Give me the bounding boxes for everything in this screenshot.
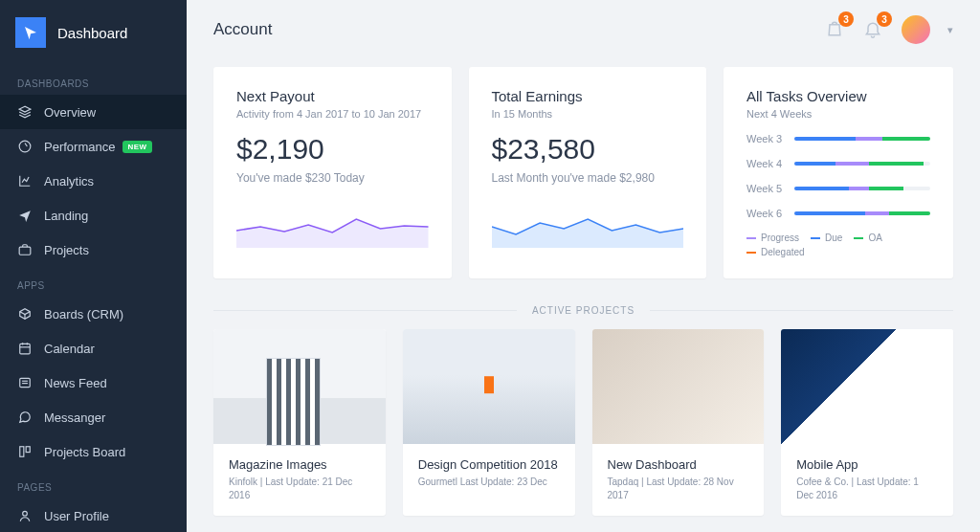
sidebar-item-label: News Feed	[44, 376, 107, 390]
sidebar-item-analytics[interactable]: Analytics	[0, 164, 187, 198]
svg-rect-11	[26, 447, 30, 453]
task-week-label: Week 3	[746, 133, 785, 144]
project-card[interactable]: Design Competition 2018 Gourmetl Last Up…	[403, 329, 575, 516]
nav-section-apps: APPS	[0, 267, 187, 297]
sidebar-item-label: Projects Board	[44, 445, 125, 459]
project-card[interactable]: Magazine Images Kinfolk | Last Update: 2…	[213, 329, 386, 516]
sidebar-item-label: User Profile	[44, 509, 109, 523]
sidebar-item-projects[interactable]: Projects	[0, 233, 187, 267]
project-title: Design Competition 2018	[418, 457, 560, 472]
project-title: Magazine Images	[229, 457, 370, 472]
gauge-icon	[17, 139, 33, 154]
sidebar-item-overview[interactable]: Overview	[0, 95, 187, 129]
chevron-down-icon[interactable]: ▾	[947, 24, 953, 36]
notifications-badge: 3	[838, 11, 854, 27]
sidebar-item-label: Calendar	[44, 342, 95, 356]
svg-marker-0	[19, 106, 31, 112]
project-title: New Dashboard	[608, 457, 749, 472]
bell-button[interactable]: 3	[863, 19, 884, 40]
sidebar-item-performance[interactable]: Performance NEW	[0, 129, 187, 164]
tasks-subtitle: Next 4 Weeks	[746, 108, 930, 120]
task-rows: Week 3 Week 4 Week 5 Week 6	[746, 133, 930, 219]
legend-item: Delegated	[746, 247, 805, 257]
page-title: Account	[213, 20, 272, 39]
task-bar	[794, 187, 930, 190]
sidebar-item-projects-board[interactable]: Projects Board	[0, 434, 187, 469]
tasks-legend: ProgressDueOADelegated	[746, 233, 930, 257]
sidebar: Dashboard DASHBOARDS Overview Performanc…	[0, 0, 187, 532]
payout-card: Next Payout Activity from 4 Jan 2017 to …	[213, 67, 452, 278]
project-title: Mobile App	[796, 457, 938, 472]
calendar-icon	[17, 341, 33, 356]
stats-row: Next Payout Activity from 4 Jan 2017 to …	[187, 54, 980, 278]
svg-point-12	[23, 511, 28, 516]
board-icon	[17, 444, 33, 459]
sidebar-item-label: Landing	[44, 209, 88, 223]
main-content: Account 3 3 ▾ Next Payout Activity from …	[187, 0, 980, 532]
svg-rect-2	[19, 247, 31, 255]
projects-row: Magazine Images Kinfolk | Last Update: 2…	[187, 329, 980, 532]
sidebar-item-calendar[interactable]: Calendar	[0, 331, 187, 366]
sidebar-item-user-profile[interactable]: User Profile	[0, 499, 187, 532]
task-bar	[794, 137, 930, 141]
task-bar	[794, 211, 930, 215]
task-week-label: Week 5	[746, 183, 785, 194]
task-row: Week 5	[746, 183, 930, 194]
project-sub: Kinfolk | Last Update: 21 Dec 2016	[229, 476, 370, 502]
payout-desc: You've made $230 Today	[236, 171, 429, 185]
sidebar-item-label: Analytics	[44, 174, 94, 188]
legend-item: Due	[811, 233, 842, 243]
layers-icon	[17, 104, 33, 120]
sidebar-item-messenger[interactable]: Messanger	[0, 400, 187, 434]
sidebar-item-landing[interactable]: Landing	[0, 198, 187, 233]
project-card[interactable]: New Dashboard Tapdaq | Last Update: 28 N…	[592, 329, 765, 516]
payout-value: $2,190	[236, 133, 429, 166]
payout-sparkline	[236, 200, 429, 248]
earnings-title: Total Earnings	[492, 88, 684, 104]
project-sub: Tapdaq | Last Update: 28 Nov 2017	[608, 476, 749, 502]
task-week-label: Week 6	[746, 208, 785, 219]
payout-subtitle: Activity from 4 Jan 2017 to 10 Jan 2017	[236, 108, 429, 120]
news-icon	[17, 375, 33, 390]
brand-logo-icon	[15, 17, 46, 48]
legend-item: Progress	[746, 233, 799, 243]
svg-rect-3	[20, 344, 31, 354]
notifications-button[interactable]: 3	[825, 19, 846, 40]
svg-rect-10	[20, 447, 24, 457]
sidebar-item-label: Projects	[44, 243, 89, 257]
project-sub: Cofee & Co. | Last Update: 1 Dec 2016	[796, 476, 938, 502]
payout-title: Next Payout	[236, 88, 429, 104]
project-card[interactable]: Mobile App Cofee & Co. | Last Update: 1 …	[781, 329, 953, 516]
legend-item: OA	[854, 233, 881, 243]
topbar-actions: 3 3 ▾	[825, 15, 953, 44]
brand[interactable]: Dashboard	[0, 0, 187, 65]
project-thumb	[403, 329, 575, 444]
sidebar-item-label: Messanger	[44, 410, 105, 425]
project-thumb	[781, 329, 953, 444]
sidebar-item-label: Overview	[44, 105, 96, 120]
sidebar-item-boards[interactable]: Boards (CRM)	[0, 297, 187, 331]
earnings-subtitle: In 15 Months	[492, 108, 684, 120]
nav-section-dashboards: DASHBOARDS	[0, 65, 187, 95]
chart-icon	[17, 173, 33, 188]
earnings-card: Total Earnings In 15 Months $23,580 Last…	[469, 67, 707, 278]
task-bar	[794, 162, 930, 166]
project-thumb	[213, 329, 386, 444]
briefcase-icon	[17, 242, 33, 257]
bell-badge: 3	[877, 11, 892, 27]
user-icon	[17, 508, 33, 523]
sidebar-item-newsfeed[interactable]: News Feed	[0, 366, 187, 400]
earnings-desc: Last Month you've made $2,980	[492, 171, 684, 185]
task-row: Week 6	[746, 208, 930, 219]
sidebar-item-label: Boards (CRM)	[44, 307, 123, 321]
earnings-sparkline	[492, 200, 684, 248]
sidebar-item-label: Performance	[44, 140, 115, 154]
active-projects-divider: ACTIVE PROJECTS	[213, 305, 953, 316]
earnings-value: $23,580	[492, 133, 684, 166]
task-row: Week 4	[746, 158, 930, 169]
project-sub: Gourmetl Last Update: 23 Dec	[418, 476, 560, 489]
tasks-title: All Tasks Overview	[746, 88, 930, 104]
avatar[interactable]	[902, 15, 930, 44]
nav-section-pages: PAGES	[0, 469, 187, 499]
box-icon	[17, 306, 33, 321]
